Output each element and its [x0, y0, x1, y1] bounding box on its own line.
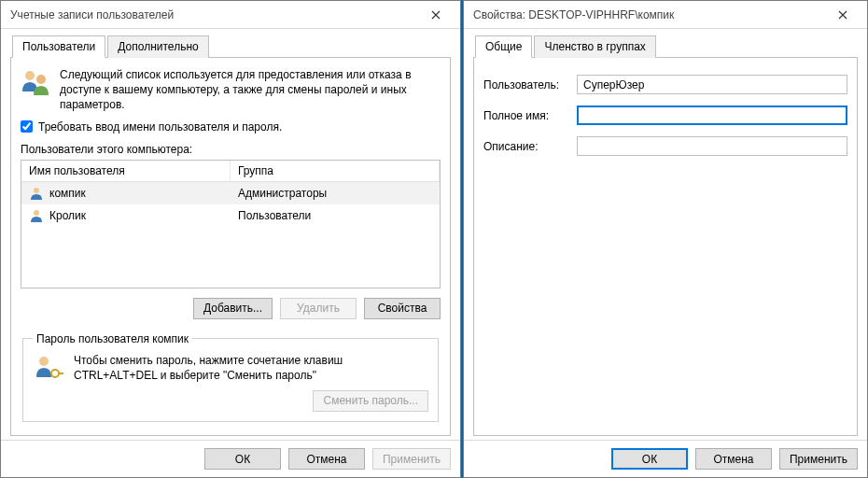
- svg-point-3: [34, 210, 39, 216]
- remove-button[interactable]: Удалить: [280, 298, 357, 319]
- close-icon[interactable]: [822, 2, 863, 28]
- description-text: Следующий список используется для предос…: [60, 67, 441, 113]
- cancel-button[interactable]: Отмена: [288, 448, 365, 470]
- window-title: Учетные записи пользователей: [10, 8, 415, 21]
- change-password-button[interactable]: Сменить пароль...: [313, 390, 428, 412]
- user-list-header: Имя пользователя Группа: [21, 161, 440, 182]
- description-field[interactable]: [577, 136, 847, 156]
- properties-button[interactable]: Свойства: [364, 298, 441, 319]
- username-field[interactable]: [577, 75, 847, 94]
- tab-advanced[interactable]: Дополнительно: [107, 35, 208, 58]
- username-cell: Кролик: [49, 209, 86, 222]
- close-icon[interactable]: [415, 2, 456, 28]
- svg-rect-6: [58, 373, 63, 374]
- user-accounts-window: Учетные записи пользователей Пользовател…: [0, 0, 461, 478]
- apply-button[interactable]: Применить: [372, 448, 451, 470]
- dialog-footer: ОК Отмена Применить: [464, 440, 867, 477]
- dialog-footer: ОК Отмена Применить: [1, 440, 460, 477]
- titlebar[interactable]: Свойства: DESKTOP-VIPHHRF\компик: [464, 1, 867, 29]
- require-login-checkbox[interactable]: Требовать ввод имени пользователя и паро…: [21, 120, 441, 134]
- fullname-field[interactable]: [577, 105, 847, 125]
- password-hint-text: Чтобы сменить пароль, нажмите сочетание …: [74, 353, 428, 385]
- tabstrip: Пользователи Дополнительно: [10, 35, 451, 58]
- tab-general[interactable]: Общие: [475, 35, 532, 58]
- svg-point-0: [25, 71, 35, 80]
- password-groupbox: Пароль пользователя компик Чтобы сменить…: [22, 332, 439, 422]
- user-list-label: Пользователи этого компьютера:: [21, 143, 441, 156]
- col-group[interactable]: Группа: [231, 161, 440, 181]
- svg-point-4: [39, 357, 49, 366]
- tab-membership[interactable]: Членство в группах: [534, 35, 655, 58]
- cancel-button[interactable]: Отмена: [695, 448, 772, 470]
- table-row[interactable]: компик Администраторы: [21, 182, 440, 204]
- user-label: Пользователь:: [483, 78, 577, 91]
- svg-point-2: [34, 188, 39, 193]
- username-cell: компик: [49, 187, 86, 200]
- ok-button[interactable]: ОК: [611, 448, 688, 470]
- users-icon: [21, 67, 52, 99]
- description-label: Описание:: [483, 140, 577, 153]
- group-cell: Администраторы: [238, 187, 327, 200]
- svg-point-5: [51, 370, 59, 377]
- tabstrip: Общие Членство в группах: [473, 35, 858, 58]
- require-login-input[interactable]: [21, 120, 33, 133]
- titlebar[interactable]: Учетные записи пользователей: [1, 1, 460, 29]
- window-title: Свойства: DESKTOP-VIPHHRF\компик: [473, 8, 822, 21]
- group-cell: Пользователи: [238, 209, 311, 222]
- svg-point-1: [36, 75, 46, 84]
- require-login-label: Требовать ввод имени пользователя и паро…: [38, 120, 282, 134]
- col-username[interactable]: Имя пользователя: [21, 161, 231, 181]
- table-row[interactable]: Кролик Пользователи: [21, 204, 440, 227]
- password-group-title: Пароль пользователя компик: [33, 332, 192, 345]
- add-button[interactable]: Добавить...: [193, 298, 273, 319]
- user-icon: [29, 208, 44, 223]
- user-properties-window: Свойства: DESKTOP-VIPHHRF\компик Общие Ч…: [463, 0, 868, 478]
- apply-button[interactable]: Применить: [779, 448, 858, 470]
- user-list[interactable]: Имя пользователя Группа компик Администр…: [21, 160, 441, 288]
- user-icon: [29, 186, 44, 201]
- tab-users[interactable]: Пользователи: [12, 35, 105, 58]
- fullname-label: Полное имя:: [483, 109, 577, 122]
- user-key-icon: [33, 353, 64, 385]
- ok-button[interactable]: ОК: [204, 448, 281, 470]
